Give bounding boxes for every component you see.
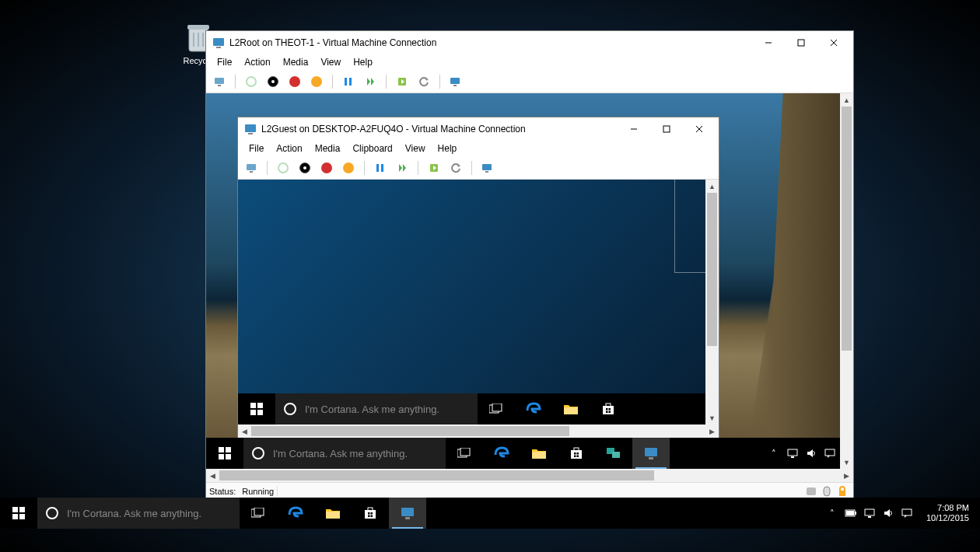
edge-button[interactable] — [515, 393, 552, 424]
start-menu-button[interactable] — [206, 438, 243, 469]
scroll-right-icon[interactable]: ▶ — [840, 469, 853, 482]
inner-vertical-scrollbar[interactable]: ▲▼ — [705, 180, 719, 424]
volume-icon[interactable] — [881, 506, 895, 520]
reset-button[interactable] — [362, 73, 379, 90]
tray-chevron-up-icon[interactable]: ˄ — [825, 506, 839, 520]
inner-guest-taskbar: I'm Cortana. Ask me anything. — [238, 393, 705, 424]
inner-guest-desktop[interactable]: I'm Cortana. Ask me anything. — [238, 180, 705, 424]
battery-icon[interactable] — [844, 506, 858, 520]
tray-chevron-up-icon[interactable]: ˄ — [767, 446, 781, 460]
toolbar-separator — [332, 75, 333, 89]
task-view-button[interactable] — [446, 438, 483, 469]
cortana-search[interactable]: I'm Cortana. Ask me anything. — [37, 498, 240, 529]
turnoff-button[interactable] — [296, 159, 313, 176]
shutdown-button[interactable] — [286, 73, 303, 90]
edge-button[interactable] — [483, 438, 520, 469]
svg-rect-38 — [485, 171, 488, 173]
menu-media[interactable]: Media — [277, 57, 315, 68]
scroll-down-icon[interactable]: ▼ — [705, 411, 719, 424]
start-button[interactable] — [275, 159, 292, 176]
network-icon[interactable] — [786, 446, 800, 460]
turnoff-button[interactable] — [264, 73, 282, 90]
store-button[interactable] — [558, 438, 595, 469]
scroll-up-icon[interactable]: ▲ — [840, 93, 853, 107]
svg-rect-77 — [825, 449, 835, 456]
cortana-search[interactable]: I'm Cortana. Ask me anything. — [275, 393, 478, 424]
svg-rect-85 — [19, 514, 25, 519]
svg-rect-30 — [376, 164, 379, 172]
toolbar-separator — [439, 75, 440, 89]
minimize-button[interactable] — [752, 32, 785, 54]
outer-horizontal-scrollbar[interactable]: ◀▶ — [206, 469, 853, 482]
explorer-button[interactable] — [552, 393, 590, 424]
svg-rect-95 — [371, 515, 373, 518]
action-center-icon[interactable] — [900, 506, 914, 520]
outer-titlebar[interactable]: L2Root on THEOT-1 - Virtual Machine Conn… — [206, 31, 853, 54]
store-button[interactable] — [590, 393, 627, 424]
task-view-button[interactable] — [240, 498, 277, 529]
start-menu-button[interactable] — [0, 498, 37, 529]
revert-button[interactable] — [415, 73, 432, 90]
svg-rect-69 — [577, 456, 579, 458]
svg-marker-76 — [807, 449, 813, 457]
maximize-button[interactable] — [650, 118, 683, 140]
inner-titlebar[interactable]: L2Guest on DESKTOP-A2FUQ4O - Virtual Mac… — [238, 117, 719, 141]
maximize-button[interactable] — [785, 32, 817, 54]
store-button[interactable] — [352, 498, 389, 529]
menu-help[interactable]: Help — [347, 57, 379, 68]
revert-button[interactable] — [447, 159, 464, 176]
menu-action[interactable]: Action — [238, 57, 276, 68]
svg-rect-42 — [257, 410, 263, 415]
scroll-left-icon[interactable]: ◀ — [238, 424, 251, 438]
start-button[interactable] — [243, 73, 260, 90]
reset-button[interactable] — [394, 159, 411, 176]
outer-guest-desktop[interactable]: Windows 10 Enterprise In Evaluation cop … — [206, 93, 840, 469]
vmconnect-button[interactable] — [632, 438, 670, 469]
menu-action[interactable]: Action — [270, 143, 308, 154]
enhanced-session-button[interactable] — [479, 159, 496, 176]
checkpoint-button[interactable] — [394, 73, 411, 90]
network-icon[interactable] — [863, 506, 877, 520]
menu-media[interactable]: Media — [309, 143, 347, 154]
scroll-down-icon[interactable]: ▼ — [840, 456, 853, 469]
task-view-button[interactable] — [478, 393, 515, 424]
enhanced-session-button[interactable] — [447, 73, 464, 90]
cortana-search[interactable]: I'm Cortana. Ask me anything. — [243, 438, 446, 469]
scroll-left-icon[interactable]: ◀ — [206, 469, 219, 482]
pause-button[interactable] — [372, 159, 389, 176]
pause-button[interactable] — [340, 73, 357, 90]
explorer-button[interactable] — [520, 438, 558, 469]
scroll-up-icon[interactable]: ▲ — [705, 180, 719, 193]
vmconnect-button[interactable] — [389, 498, 426, 529]
volume-icon[interactable] — [804, 446, 818, 460]
shutdown-button[interactable] — [318, 159, 335, 176]
ctrl-alt-del-button[interactable] — [211, 73, 228, 90]
menu-view[interactable]: View — [399, 143, 432, 154]
hyperv-manager-button[interactable] — [595, 438, 632, 469]
menu-help[interactable]: Help — [432, 143, 464, 154]
svg-rect-92 — [368, 512, 370, 515]
hyperv-icon — [212, 37, 225, 49]
start-menu-button[interactable] — [238, 393, 275, 424]
explorer-button[interactable] — [314, 498, 352, 529]
save-button[interactable] — [308, 73, 325, 90]
scroll-right-icon[interactable]: ▶ — [705, 424, 719, 438]
minimize-button[interactable] — [618, 118, 650, 140]
menu-view[interactable]: View — [314, 57, 347, 68]
outer-vertical-scrollbar[interactable]: ▲▼ — [840, 93, 853, 469]
cortana-icon — [283, 402, 297, 416]
close-button[interactable] — [683, 118, 716, 140]
close-button[interactable] — [817, 32, 850, 54]
save-button[interactable] — [340, 159, 357, 176]
ctrl-alt-del-button[interactable] — [243, 159, 260, 176]
inner-horizontal-scrollbar[interactable]: ◀▶ — [238, 424, 719, 438]
outer-content-area: Windows 10 Enterprise In Evaluation cop … — [206, 93, 853, 469]
windows-logo-icon — [250, 403, 263, 415]
clock[interactable]: 7:08 PM 10/12/2015 — [919, 503, 977, 523]
menu-file[interactable]: File — [211, 57, 238, 68]
menu-file[interactable]: File — [243, 143, 270, 154]
checkpoint-button[interactable] — [425, 159, 443, 176]
action-center-icon[interactable] — [823, 446, 837, 460]
menu-clipboard[interactable]: Clipboard — [346, 143, 398, 154]
edge-button[interactable] — [277, 498, 314, 529]
